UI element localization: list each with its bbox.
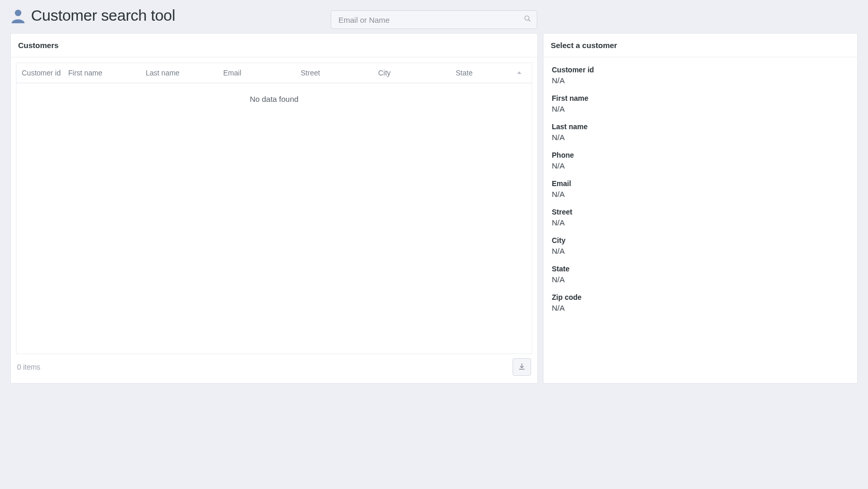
detail-row-customer-id: Customer id N/A <box>552 66 849 85</box>
search-wrap <box>331 10 537 29</box>
detail-value-last-name: N/A <box>552 133 849 142</box>
detail-value-first-name: N/A <box>552 104 849 113</box>
col-header-state[interactable]: State <box>456 69 526 77</box>
customers-table-area: Customer id First name Last name Email S… <box>11 57 537 383</box>
download-icon <box>518 362 526 372</box>
customers-grid-footer: 0 items <box>16 358 532 378</box>
detail-label-state: State <box>552 265 849 273</box>
detail-value-phone: N/A <box>552 161 849 170</box>
detail-label-email: Email <box>552 179 849 188</box>
col-header-first-name[interactable]: First name <box>68 69 146 77</box>
details-panel-title: Select a customer <box>544 34 857 57</box>
customers-panel: Customers Customer id First name Last na… <box>10 33 538 384</box>
detail-value-customer-id: N/A <box>552 76 849 85</box>
content-row: Customers Customer id First name Last na… <box>0 33 868 384</box>
detail-label-last-name: Last name <box>552 123 849 131</box>
title-group: Customer search tool <box>10 7 175 24</box>
col-header-city[interactable]: City <box>378 69 456 77</box>
svg-line-2 <box>529 20 531 22</box>
svg-point-1 <box>525 16 529 20</box>
details-body: Customer id N/A First name N/A Last name… <box>544 57 857 330</box>
col-header-last-name[interactable]: Last name <box>146 69 223 77</box>
customer-details-panel: Select a customer Customer id N/A First … <box>543 33 858 384</box>
col-header-email[interactable]: Email <box>223 69 301 77</box>
download-button[interactable] <box>513 358 531 376</box>
detail-row-street: Street N/A <box>552 208 849 227</box>
detail-label-customer-id: Customer id <box>552 66 849 74</box>
detail-label-phone: Phone <box>552 151 849 159</box>
detail-row-phone: Phone N/A <box>552 151 849 170</box>
search-icon <box>524 15 531 24</box>
col-header-state-label: State <box>456 69 473 77</box>
customers-panel-title: Customers <box>11 34 537 57</box>
detail-label-zip: Zip code <box>552 293 849 301</box>
detail-label-first-name: First name <box>552 94 849 102</box>
detail-value-zip: N/A <box>552 303 849 312</box>
detail-row-last-name: Last name N/A <box>552 123 849 142</box>
sort-asc-icon <box>516 70 522 76</box>
detail-label-city: City <box>552 236 849 244</box>
detail-value-email: N/A <box>552 190 849 198</box>
detail-label-street: Street <box>552 208 849 216</box>
no-data-message: No data found <box>17 83 532 103</box>
detail-row-state: State N/A <box>552 265 849 284</box>
col-header-customer-id[interactable]: Customer id <box>22 69 68 77</box>
svg-point-0 <box>15 10 22 17</box>
search-input[interactable] <box>331 10 537 29</box>
detail-row-email: Email N/A <box>552 179 849 198</box>
detail-row-city: City N/A <box>552 236 849 255</box>
customers-grid-header: Customer id First name Last name Email S… <box>16 63 532 83</box>
detail-value-state: N/A <box>552 275 849 284</box>
item-count-label: 0 items <box>17 363 40 371</box>
detail-value-street: N/A <box>552 218 849 227</box>
col-header-street[interactable]: Street <box>301 69 378 77</box>
page-title: Customer search tool <box>31 7 175 24</box>
detail-value-city: N/A <box>552 247 849 255</box>
person-icon <box>10 8 26 23</box>
detail-row-first-name: First name N/A <box>552 94 849 113</box>
detail-row-zip: Zip code N/A <box>552 293 849 312</box>
customers-grid-body: No data found <box>16 83 532 354</box>
